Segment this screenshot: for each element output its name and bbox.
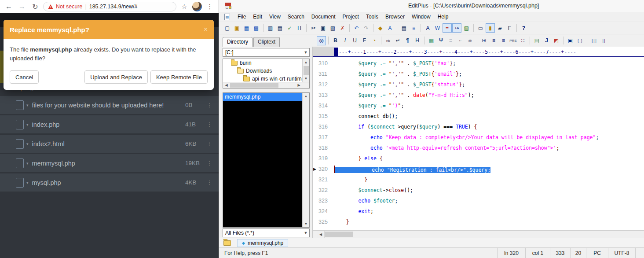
- java-applet-icon[interactable]: J: [542, 36, 551, 45]
- match-case-icon[interactable]: A: [385, 23, 395, 33]
- menu-document[interactable]: Document: [308, 13, 339, 21]
- open-file-icon[interactable]: ▣: [232, 23, 242, 33]
- scrollbar-thumb[interactable]: [325, 232, 353, 237]
- code-line[interactable]: 322 $connect->close();: [313, 185, 644, 195]
- heading-icon[interactable]: H: [413, 36, 422, 45]
- email-icon[interactable]: @: [465, 36, 475, 45]
- scroll-up-icon[interactable]: ▲: [303, 93, 309, 100]
- menu-search[interactable]: Search: [284, 13, 308, 21]
- pre-icon[interactable]: PRE: [509, 36, 518, 45]
- code-line[interactable]: 314 $query .= "')";: [313, 100, 644, 111]
- time-icon[interactable]: ◔: [370, 36, 379, 45]
- code-line[interactable]: 315 connect_db();: [313, 111, 644, 122]
- row-menu-icon[interactable]: ⋮: [206, 102, 212, 108]
- indent-icon[interactable]: ≡: [409, 23, 418, 33]
- row-menu-icon[interactable]: ⋮: [206, 179, 212, 186]
- code-editor[interactable]: ----+----1----+----2----+----3----+----4…: [313, 47, 644, 238]
- new-file-icon[interactable]: ▢: [223, 23, 232, 33]
- font-icon[interactable]: A: [423, 23, 432, 33]
- undo-icon[interactable]: ↶: [352, 23, 361, 33]
- paragraph-icon[interactable]: ¶: [403, 36, 412, 45]
- not-secure-label[interactable]: Not secure: [56, 4, 82, 10]
- menu-help[interactable]: Help: [434, 13, 452, 21]
- line-number-icon[interactable]: 1A: [452, 23, 461, 33]
- copy-icon[interactable]: ▣: [318, 23, 328, 33]
- delete-icon[interactable]: ✗: [338, 23, 347, 33]
- word-wrap-icon[interactable]: W: [433, 23, 442, 33]
- selected-file-item[interactable]: memmysql.php: [223, 93, 302, 101]
- font-tag-icon[interactable]: F: [360, 36, 369, 45]
- tree-horizontal-scrollbar[interactable]: ◀ ▶: [223, 82, 309, 88]
- tab-directory[interactable]: Directory: [223, 37, 252, 47]
- anchor-icon[interactable]: Ψ: [436, 36, 446, 45]
- code-line[interactable]: 323 echo $footer;: [313, 195, 644, 206]
- table-icon[interactable]: ⊞: [479, 36, 489, 45]
- drive-selector[interactable]: [C:] ▼: [223, 48, 310, 57]
- file-name[interactable]: index.php: [32, 121, 185, 128]
- keep-remote-file-button[interactable]: Keep Remote File: [150, 70, 208, 84]
- tree-vertical-scrollbar[interactable]: ▲ ▼: [302, 59, 309, 82]
- code-line[interactable]: 316 if ($connect->query($query) === TRUE…: [313, 122, 644, 132]
- scroll-right-icon[interactable]: ▶: [296, 82, 302, 88]
- chevron-down-icon[interactable]: ▾: [26, 103, 29, 107]
- underline-icon[interactable]: U: [350, 36, 359, 45]
- menu-view[interactable]: View: [266, 13, 284, 21]
- document-tab-memmysql[interactable]: ◆ memmysql.php: [237, 239, 288, 247]
- print-preview-icon[interactable]: ▥: [266, 23, 275, 33]
- scroll-down-icon[interactable]: ▼: [303, 75, 309, 82]
- folder-icon[interactable]: [223, 240, 231, 246]
- close-icon[interactable]: ×: [204, 26, 208, 33]
- copy-tag-icon[interactable]: ▣: [566, 36, 575, 45]
- align-center-icon[interactable]: ≡: [489, 36, 498, 45]
- code-line[interactable]: 320▶ echo "Registration : fail<br/>".$qu…: [313, 164, 644, 174]
- file-row[interactable]: ▾memmysql.php19KB⋮: [0, 154, 219, 172]
- hr-icon[interactable]: =: [446, 36, 455, 45]
- image-icon[interactable]: ▦: [427, 36, 436, 45]
- tree-item-burin[interactable]: burin: [223, 59, 302, 67]
- row-menu-icon[interactable]: ⋮: [206, 140, 212, 147]
- menu-project[interactable]: Project: [339, 13, 362, 21]
- paste-icon[interactable]: ▨: [328, 23, 337, 33]
- color-picker-icon[interactable]: ◩: [552, 36, 561, 45]
- code-area[interactable]: 310 $query .= "','" . $_POST{'fax'};311 …: [313, 58, 644, 230]
- menu-edit[interactable]: Edit: [249, 13, 266, 21]
- file-name[interactable]: files for your website should be uploade…: [32, 102, 185, 109]
- highlight-icon[interactable]: ◆: [376, 23, 385, 33]
- output-window-icon[interactable]: ▭: [476, 23, 485, 33]
- code-line[interactable]: 321 }: [313, 174, 644, 185]
- row-menu-icon[interactable]: ⋮: [206, 160, 212, 166]
- cut-icon[interactable]: ✂: [309, 23, 318, 33]
- url-text[interactable]: 185.27.134.9/new/#: [89, 4, 138, 10]
- bookmark-star-icon[interactable]: ☆: [179, 1, 190, 12]
- menu-window[interactable]: Window: [408, 13, 434, 21]
- address-bar[interactable]: Not secure | 185.27.134.9/new/#: [43, 2, 176, 11]
- functions-window-icon[interactable]: ▰: [495, 23, 505, 33]
- splitter-box[interactable]: [313, 231, 317, 238]
- code-line[interactable]: 325 }: [313, 217, 644, 227]
- nbsp-icon[interactable]: nb: [384, 36, 393, 45]
- directory-window-icon[interactable]: ▮: [486, 23, 495, 33]
- split-window-icon[interactable]: ◫: [589, 36, 599, 45]
- editor-horizontal-scrollbar[interactable]: ◀: [313, 230, 644, 238]
- italic-icon[interactable]: I: [340, 36, 350, 45]
- profile-avatar[interactable]: [192, 2, 202, 11]
- code-line[interactable]: 318 echo '<meta http-equiv=refresh conte…: [313, 143, 644, 153]
- chevron-down-icon[interactable]: ▾: [26, 142, 29, 146]
- code-line[interactable]: 311 $query .= "','" . $_POST{'email'};: [313, 69, 644, 79]
- strip-tag-icon[interactable]: ▢: [575, 36, 585, 45]
- cancel-button[interactable]: Cancel: [10, 70, 39, 84]
- script-icon[interactable]: ▤: [532, 36, 542, 45]
- save-icon[interactable]: ▦: [242, 23, 251, 33]
- line-break-icon[interactable]: ↵: [393, 36, 402, 45]
- list-icon[interactable]: ∷: [518, 36, 527, 45]
- scroll-left-icon[interactable]: ◀: [317, 231, 325, 238]
- chevron-down-icon[interactable]: ▾: [26, 181, 29, 185]
- code-line[interactable]: 324 exit;: [313, 206, 644, 217]
- redo-icon[interactable]: ↷: [362, 23, 371, 33]
- file-name[interactable]: memmysql.php: [32, 160, 185, 167]
- file-name[interactable]: index2.html: [32, 140, 185, 147]
- tree-item-downloads[interactable]: Downloads: [223, 67, 302, 75]
- file-filter-selector[interactable]: All Files (*.*) ▼: [223, 229, 310, 237]
- back-icon[interactable]: ←: [4, 1, 14, 12]
- browser-preview-icon[interactable]: ◎: [317, 36, 326, 45]
